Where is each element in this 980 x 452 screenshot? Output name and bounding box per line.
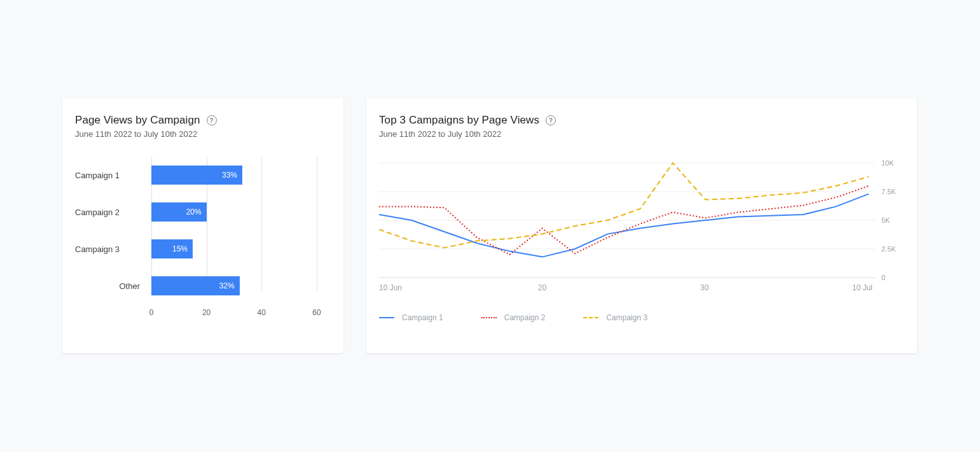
legend-swatch-icon [379, 317, 394, 318]
page-views-by-campaign-card: Page Views by Campaign ? June 11th 2022 … [62, 99, 343, 353]
top-3-campaigns-card: Top 3 Campaigns by Page Views ? June 11t… [366, 99, 917, 353]
legend-item: Campaign 2 [481, 313, 546, 322]
bar-track: 20% [151, 202, 331, 222]
bar-row: Campaign 3 15% [75, 230, 331, 267]
y-tick: 2.5K [881, 245, 896, 253]
bar-fill: 15% [151, 239, 193, 258]
grid [379, 163, 875, 278]
series-line [379, 194, 869, 257]
y-tick: 5K [881, 216, 890, 224]
card-title: Page Views by Campaign [75, 114, 200, 127]
bar-label: Campaign 1 [75, 171, 151, 180]
help-icon[interactable]: ? [207, 115, 217, 125]
bar-value: 20% [186, 208, 202, 216]
bar-value: 33% [222, 171, 237, 180]
legend-label: Campaign 3 [606, 313, 647, 322]
x-tick: 10 Jun [379, 283, 402, 292]
bar-value: 32% [219, 281, 235, 290]
bar-row: Campaign 2 20% [75, 194, 331, 230]
card-header: Page Views by Campaign ? June 11th 2022 … [75, 114, 331, 139]
title-row: Page Views by Campaign ? [75, 114, 331, 127]
legend-label: Campaign 2 [504, 313, 546, 322]
bar-track: 15% [151, 239, 331, 258]
title-row: Top 3 Campaigns by Page Views ? [379, 114, 904, 127]
line-chart-svg: 10K 7.5K 5K 2.5K 0 10 Jun 20 30 10 Jul [379, 157, 904, 297]
bar-value: 15% [172, 244, 188, 253]
bar-fill: 33% [151, 166, 242, 185]
help-icon[interactable]: ? [546, 115, 556, 125]
x-tick: 0 [149, 308, 154, 317]
legend-item: Campaign 1 [379, 313, 443, 322]
line-chart: 10K 7.5K 5K 2.5K 0 10 Jun 20 30 10 Jul C… [379, 157, 904, 322]
card-subtitle: June 11th 2022 to July 10th 2022 [75, 129, 331, 139]
bar-chart: Campaign 1 33% Campaign 2 20% Campaign 3… [75, 157, 331, 308]
x-tick: 20 [538, 283, 547, 292]
bar-track: 33% [151, 166, 331, 185]
bar-label: Other [75, 281, 151, 291]
legend: Campaign 1 Campaign 2 Campaign 3 [379, 313, 904, 322]
x-tick: 30 [700, 283, 709, 292]
x-tick: 20 [202, 308, 210, 317]
card-header: Top 3 Campaigns by Page Views ? June 11t… [379, 114, 904, 139]
x-tick: 10 Jul [852, 283, 873, 292]
x-tick: 40 [257, 308, 265, 317]
bar-label: Campaign 3 [75, 244, 151, 254]
y-tick: 10K [881, 159, 894, 167]
bar-fill: 20% [151, 202, 207, 222]
card-title: Top 3 Campaigns by Page Views [379, 114, 539, 127]
bar-track: 32% [151, 276, 331, 295]
series-group [379, 163, 869, 257]
bar-label: Campaign 2 [75, 208, 151, 217]
legend-swatch-icon [481, 317, 497, 318]
legend-swatch-icon [583, 317, 598, 318]
card-subtitle: June 11th 2022 to July 10th 2022 [379, 129, 904, 139]
bar-fill: 32% [151, 276, 240, 295]
y-tick: 0 [881, 274, 885, 281]
x-tick: 60 [312, 308, 321, 317]
y-tick: 7.5K [881, 188, 896, 195]
legend-item: Campaign 3 [583, 313, 647, 322]
bar-row: Campaign 1 33% [75, 157, 331, 194]
bar-row: Other 32% [75, 267, 331, 304]
legend-label: Campaign 1 [402, 313, 443, 322]
